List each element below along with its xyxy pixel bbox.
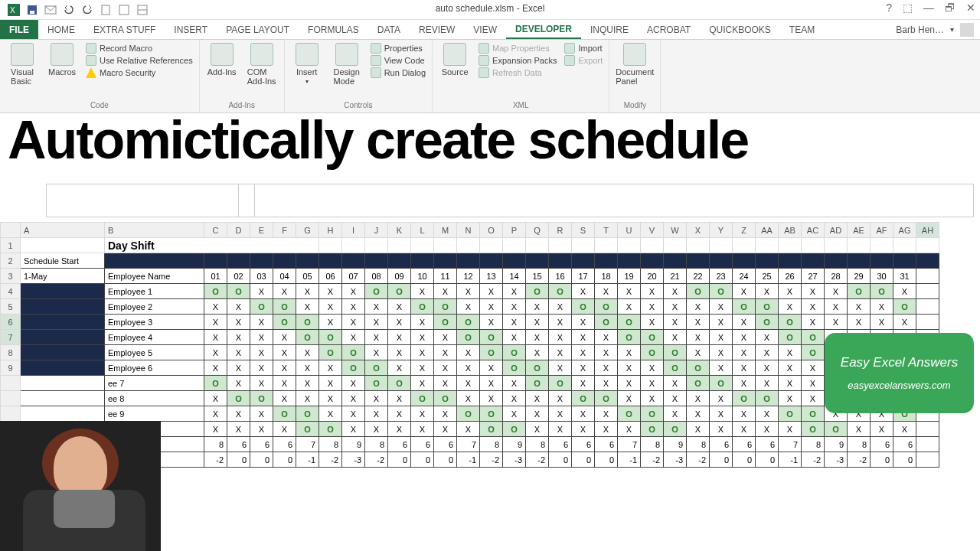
col-header[interactable]: E	[250, 223, 273, 238]
macros-button[interactable]: Macros	[46, 43, 78, 77]
visual-basic-button[interactable]: Visual Basic	[6, 43, 38, 86]
map-properties-button: Map Properties	[479, 43, 557, 54]
relative-refs-button[interactable]: Use Relative References	[86, 55, 193, 66]
badge-url: easyexcelanswers.com	[848, 380, 950, 391]
col-header[interactable]: D	[227, 223, 250, 238]
tab-acrobat[interactable]: ACROBAT	[638, 20, 700, 39]
col-header[interactable]: F	[273, 223, 296, 238]
col-header[interactable]: U	[618, 223, 641, 238]
col-header[interactable]: AD	[825, 223, 848, 238]
addins-button[interactable]: Add-Ins	[206, 43, 238, 77]
col-header[interactable]: S	[572, 223, 595, 238]
properties-button[interactable]: Properties	[371, 43, 426, 54]
col-header[interactable]: Y	[710, 223, 733, 238]
insert-control-button[interactable]: Insert▾	[291, 43, 323, 85]
col-header[interactable]: B	[105, 223, 204, 238]
col-header[interactable]: L	[411, 223, 434, 238]
col-header[interactable]: G	[296, 223, 319, 238]
col-header[interactable]: R	[549, 223, 572, 238]
svg-rect-5	[102, 5, 109, 15]
tab-home[interactable]: HOME	[38, 20, 84, 39]
col-header[interactable]: I	[342, 223, 365, 238]
col-header[interactable]: Z	[733, 223, 756, 238]
run-dialog-button[interactable]: Run Dialog	[371, 67, 426, 78]
tab-data[interactable]: DATA	[368, 20, 410, 39]
svg-rect-6	[119, 5, 129, 15]
col-header[interactable]: H	[319, 223, 342, 238]
svg-rect-3	[30, 11, 34, 14]
refresh-data-button: Refresh Data	[479, 67, 557, 78]
redo-icon[interactable]	[80, 3, 94, 17]
col-header[interactable]: AE	[848, 223, 871, 238]
warning-icon	[86, 67, 96, 78]
col-header[interactable]: V	[641, 223, 664, 238]
col-header[interactable]: AA	[756, 223, 779, 238]
view-code-button[interactable]: View Code	[371, 55, 426, 66]
col-header[interactable]: N	[457, 223, 480, 238]
col-header[interactable]: C	[204, 223, 227, 238]
restore-button[interactable]: 🗗	[945, 2, 956, 14]
col-header[interactable]: K	[388, 223, 411, 238]
window-title: auto schedule.xlsm - Excel	[436, 3, 545, 14]
import-button[interactable]: Import	[564, 43, 603, 54]
export-button: Export	[564, 55, 603, 66]
tab-extra-stuff[interactable]: extra stuff	[84, 20, 165, 39]
badge-title: Easy Excel Answers	[841, 355, 958, 370]
brand-badge: Easy Excel Answers easyexcelanswers.com	[825, 333, 974, 413]
overlay-headline: Automictically create schedule	[0, 113, 980, 167]
col-header[interactable]: W	[664, 223, 687, 238]
formula-bar-area[interactable]	[46, 184, 974, 217]
svg-text:X: X	[10, 6, 15, 15]
col-header[interactable]: P	[503, 223, 526, 238]
excel-icon[interactable]: X	[7, 3, 21, 17]
user-avatar[interactable]	[960, 23, 974, 37]
help-icon[interactable]: ?	[886, 2, 892, 14]
col-header[interactable]: AB	[779, 223, 802, 238]
tab-inquire[interactable]: INQUIRE	[581, 20, 638, 39]
ribbon-tabs: FILE HOMEextra stuffINSERTPAGE LAYOUTFOR…	[0, 20, 980, 40]
col-header[interactable]: AG	[893, 223, 916, 238]
preview-icon[interactable]	[99, 3, 113, 17]
window-controls: ? ⬚ — 🗗 ✕	[886, 2, 975, 14]
tab-formulas[interactable]: FORMULAS	[299, 20, 368, 39]
minimize-button[interactable]: —	[923, 2, 934, 14]
col-header[interactable]: X	[687, 223, 710, 238]
save-icon[interactable]	[25, 3, 39, 17]
undo-icon[interactable]	[62, 3, 76, 17]
expansion-packs-button[interactable]: Expansion Packs	[479, 55, 557, 66]
user-name[interactable]: Barb Hen…	[896, 24, 944, 35]
col-header[interactable]: T	[595, 223, 618, 238]
col-header[interactable]: AF	[871, 223, 893, 238]
tab-review[interactable]: REVIEW	[410, 20, 464, 39]
col-header[interactable]: M	[434, 223, 457, 238]
design-mode-button[interactable]: Design Mode	[331, 43, 363, 86]
custom2-icon[interactable]	[136, 3, 149, 17]
mail-icon[interactable]	[44, 3, 57, 17]
col-header[interactable]: O	[480, 223, 503, 238]
col-header[interactable]: Q	[526, 223, 549, 238]
tab-quickbooks[interactable]: QuickBooks	[700, 20, 780, 39]
close-button[interactable]: ✕	[966, 2, 975, 14]
col-header[interactable]: A	[21, 223, 105, 238]
com-addins-button[interactable]: COM Add-Ins	[246, 43, 278, 86]
col-header[interactable]: J	[365, 223, 388, 238]
record-macro-button[interactable]: Record Macro	[86, 43, 193, 54]
custom1-icon[interactable]	[117, 3, 131, 17]
macro-security-button[interactable]: Macro Security	[86, 67, 193, 78]
tab-view[interactable]: VIEW	[464, 20, 506, 39]
tab-insert[interactable]: INSERT	[165, 20, 217, 39]
ribbon-options-icon[interactable]: ⬚	[903, 2, 913, 14]
tab-developer[interactable]: DEVELOPER	[506, 20, 581, 39]
document-panel-button[interactable]: Document Panel	[616, 43, 654, 86]
col-header[interactable]: AC	[802, 223, 825, 238]
ribbon: Visual Basic Macros Record Macro Use Rel…	[0, 40, 980, 113]
tab-file[interactable]: FILE	[0, 20, 38, 39]
tab-page-layout[interactable]: PAGE LAYOUT	[217, 20, 299, 39]
presenter-photo	[0, 421, 161, 551]
tab-team[interactable]: TEAM	[780, 20, 824, 39]
col-header[interactable]: AH	[916, 223, 939, 238]
source-button[interactable]: Source	[439, 43, 471, 77]
